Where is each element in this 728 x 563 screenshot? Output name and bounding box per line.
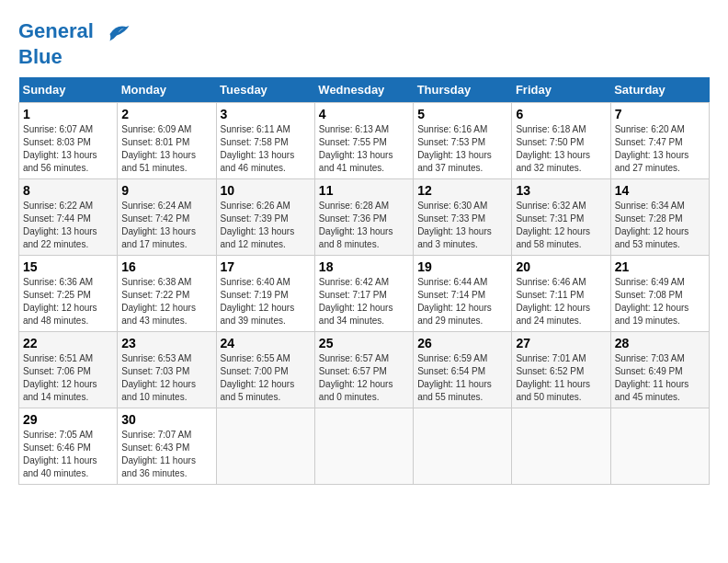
- day-number: 11: [319, 183, 409, 198]
- logo-bird-icon: [103, 18, 131, 46]
- header-monday: Monday: [118, 77, 216, 103]
- calendar-cell: 30 Sunrise: 7:07 AM Sunset: 6:43 PM Dayl…: [118, 408, 216, 485]
- calendar-cell: [610, 408, 709, 485]
- calendar-week-5: 29 Sunrise: 7:05 AM Sunset: 6:46 PM Dayl…: [19, 408, 710, 485]
- calendar-cell: 6 Sunrise: 6:18 AM Sunset: 7:50 PM Dayli…: [512, 103, 610, 179]
- day-number: 13: [516, 183, 606, 198]
- day-number: 4: [319, 107, 409, 121]
- day-number: 18: [319, 259, 409, 274]
- logo: General Blue: [18, 18, 131, 68]
- day-number: 8: [23, 183, 113, 198]
- calendar-cell: 16 Sunrise: 6:38 AM Sunset: 7:22 PM Dayl…: [118, 256, 216, 332]
- day-number: 26: [417, 336, 507, 350]
- day-info: Sunrise: 6:44 AM Sunset: 7:14 PM Dayligh…: [417, 277, 492, 326]
- day-number: 5: [417, 107, 507, 121]
- calendar-cell: 12 Sunrise: 6:30 AM Sunset: 7:33 PM Dayl…: [414, 179, 512, 256]
- day-number: 12: [417, 183, 507, 198]
- day-info: Sunrise: 6:51 AM Sunset: 7:06 PM Dayligh…: [23, 353, 97, 402]
- day-info: Sunrise: 6:57 AM Sunset: 6:57 PM Dayligh…: [319, 353, 393, 402]
- calendar-cell: 23 Sunrise: 6:53 AM Sunset: 7:03 PM Dayl…: [118, 332, 216, 408]
- day-number: 2: [121, 107, 211, 121]
- day-number: 10: [221, 183, 311, 198]
- day-info: Sunrise: 6:13 AM Sunset: 7:55 PM Dayligh…: [319, 124, 393, 173]
- header-tuesday: Tuesday: [216, 77, 314, 103]
- calendar-cell: [414, 408, 512, 485]
- day-info: Sunrise: 7:07 AM Sunset: 6:43 PM Dayligh…: [121, 430, 196, 478]
- calendar-cell: 24 Sunrise: 6:55 AM Sunset: 7:00 PM Dayl…: [216, 332, 314, 408]
- day-info: Sunrise: 6:40 AM Sunset: 7:19 PM Dayligh…: [221, 277, 295, 326]
- calendar-cell: [314, 408, 413, 485]
- header-wednesday: Wednesday: [314, 77, 413, 103]
- logo-general: General: [18, 19, 94, 42]
- calendar-cell: 19 Sunrise: 6:44 AM Sunset: 7:14 PM Dayl…: [414, 256, 512, 332]
- calendar-cell: 4 Sunrise: 6:13 AM Sunset: 7:55 PM Dayli…: [314, 103, 413, 179]
- calendar-cell: 25 Sunrise: 6:57 AM Sunset: 6:57 PM Dayl…: [314, 332, 413, 408]
- calendar-week-4: 22 Sunrise: 6:51 AM Sunset: 7:06 PM Dayl…: [19, 332, 710, 408]
- calendar-header-row: SundayMondayTuesdayWednesdayThursdayFrid…: [19, 77, 710, 103]
- day-info: Sunrise: 6:18 AM Sunset: 7:50 PM Dayligh…: [516, 124, 590, 173]
- calendar-cell: 3 Sunrise: 6:11 AM Sunset: 7:58 PM Dayli…: [216, 103, 314, 179]
- calendar-cell: 11 Sunrise: 6:28 AM Sunset: 7:36 PM Dayl…: [314, 179, 413, 256]
- calendar-cell: 20 Sunrise: 6:46 AM Sunset: 7:11 PM Dayl…: [512, 256, 610, 332]
- calendar-cell: 5 Sunrise: 6:16 AM Sunset: 7:53 PM Dayli…: [414, 103, 512, 179]
- day-info: Sunrise: 6:32 AM Sunset: 7:31 PM Dayligh…: [516, 201, 590, 249]
- day-number: 30: [121, 412, 211, 427]
- day-info: Sunrise: 6:42 AM Sunset: 7:17 PM Dayligh…: [319, 277, 393, 326]
- day-number: 6: [516, 107, 606, 121]
- page-header: General Blue: [18, 18, 710, 68]
- calendar-cell: 29 Sunrise: 7:05 AM Sunset: 6:46 PM Dayl…: [19, 408, 118, 485]
- day-info: Sunrise: 6:38 AM Sunset: 7:22 PM Dayligh…: [121, 277, 196, 326]
- day-info: Sunrise: 6:22 AM Sunset: 7:44 PM Dayligh…: [23, 201, 97, 249]
- day-info: Sunrise: 6:09 AM Sunset: 8:01 PM Dayligh…: [121, 124, 196, 173]
- day-info: Sunrise: 6:11 AM Sunset: 7:58 PM Dayligh…: [221, 124, 295, 173]
- day-info: Sunrise: 6:28 AM Sunset: 7:36 PM Dayligh…: [319, 201, 393, 249]
- calendar-cell: 14 Sunrise: 6:34 AM Sunset: 7:28 PM Dayl…: [610, 179, 709, 256]
- header-friday: Friday: [512, 77, 610, 103]
- header-saturday: Saturday: [610, 77, 709, 103]
- calendar-cell: 22 Sunrise: 6:51 AM Sunset: 7:06 PM Dayl…: [19, 332, 118, 408]
- day-info: Sunrise: 6:07 AM Sunset: 8:03 PM Dayligh…: [23, 124, 97, 173]
- calendar-cell: 1 Sunrise: 6:07 AM Sunset: 8:03 PM Dayli…: [19, 103, 118, 179]
- day-number: 25: [319, 336, 409, 350]
- day-info: Sunrise: 6:59 AM Sunset: 6:54 PM Dayligh…: [417, 353, 492, 402]
- day-info: Sunrise: 6:34 AM Sunset: 7:28 PM Dayligh…: [615, 201, 689, 249]
- day-number: 7: [615, 107, 705, 121]
- header-thursday: Thursday: [414, 77, 512, 103]
- day-info: Sunrise: 6:49 AM Sunset: 7:08 PM Dayligh…: [615, 277, 689, 326]
- day-number: 24: [221, 336, 311, 350]
- day-info: Sunrise: 6:20 AM Sunset: 7:47 PM Dayligh…: [615, 124, 689, 173]
- logo-blue: Blue: [18, 45, 63, 68]
- calendar-cell: 27 Sunrise: 7:01 AM Sunset: 6:52 PM Dayl…: [512, 332, 610, 408]
- day-number: 29: [23, 412, 113, 427]
- day-info: Sunrise: 6:16 AM Sunset: 7:53 PM Dayligh…: [417, 124, 492, 173]
- calendar-cell: 10 Sunrise: 6:26 AM Sunset: 7:39 PM Dayl…: [216, 179, 314, 256]
- calendar-cell: 9 Sunrise: 6:24 AM Sunset: 7:42 PM Dayli…: [118, 179, 216, 256]
- calendar-cell: 26 Sunrise: 6:59 AM Sunset: 6:54 PM Dayl…: [414, 332, 512, 408]
- calendar-cell: 21 Sunrise: 6:49 AM Sunset: 7:08 PM Dayl…: [610, 256, 709, 332]
- day-number: 23: [121, 336, 211, 350]
- day-info: Sunrise: 6:46 AM Sunset: 7:11 PM Dayligh…: [516, 277, 590, 326]
- day-info: Sunrise: 6:24 AM Sunset: 7:42 PM Dayligh…: [121, 201, 196, 249]
- calendar-cell: 2 Sunrise: 6:09 AM Sunset: 8:01 PM Dayli…: [118, 103, 216, 179]
- day-info: Sunrise: 7:03 AM Sunset: 6:49 PM Dayligh…: [615, 353, 689, 402]
- day-info: Sunrise: 6:30 AM Sunset: 7:33 PM Dayligh…: [417, 201, 492, 249]
- day-number: 15: [23, 259, 113, 274]
- day-number: 9: [121, 183, 211, 198]
- day-number: 27: [516, 336, 606, 350]
- day-info: Sunrise: 6:53 AM Sunset: 7:03 PM Dayligh…: [121, 353, 196, 402]
- day-number: 21: [615, 259, 705, 274]
- day-info: Sunrise: 6:26 AM Sunset: 7:39 PM Dayligh…: [221, 201, 295, 249]
- day-info: Sunrise: 7:05 AM Sunset: 6:46 PM Dayligh…: [23, 430, 97, 478]
- header-sunday: Sunday: [19, 77, 118, 103]
- calendar-week-3: 15 Sunrise: 6:36 AM Sunset: 7:25 PM Dayl…: [19, 256, 710, 332]
- calendar-cell: 7 Sunrise: 6:20 AM Sunset: 7:47 PM Dayli…: [610, 103, 709, 179]
- day-number: 1: [23, 107, 113, 121]
- calendar-week-2: 8 Sunrise: 6:22 AM Sunset: 7:44 PM Dayli…: [19, 179, 710, 256]
- calendar-cell: 18 Sunrise: 6:42 AM Sunset: 7:17 PM Dayl…: [314, 256, 413, 332]
- day-number: 20: [516, 259, 606, 274]
- calendar-cell: 15 Sunrise: 6:36 AM Sunset: 7:25 PM Dayl…: [19, 256, 118, 332]
- calendar-cell: 13 Sunrise: 6:32 AM Sunset: 7:31 PM Dayl…: [512, 179, 610, 256]
- calendar-cell: 8 Sunrise: 6:22 AM Sunset: 7:44 PM Dayli…: [19, 179, 118, 256]
- day-number: 14: [615, 183, 705, 198]
- day-number: 3: [221, 107, 311, 121]
